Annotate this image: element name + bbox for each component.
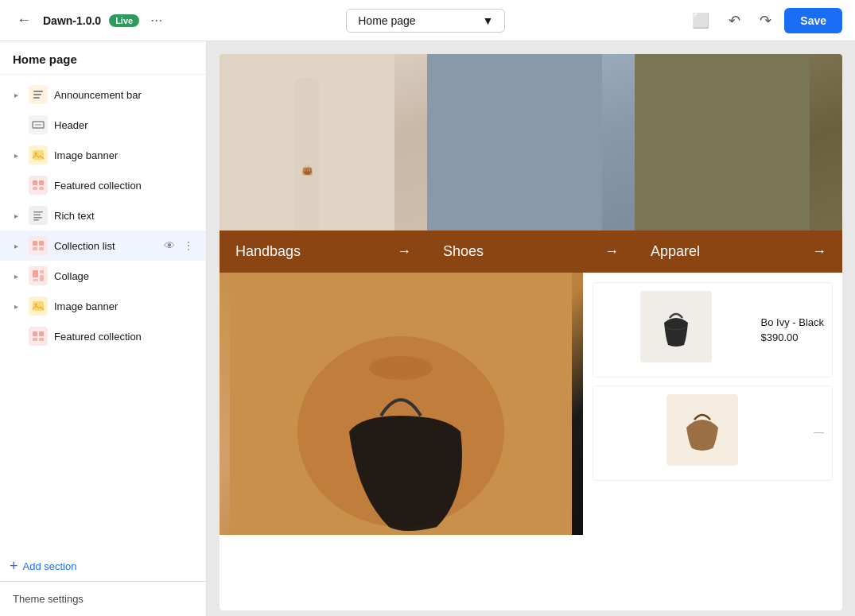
more-options-button[interactable]: ··· <box>147 9 165 32</box>
svg-rect-11 <box>33 211 43 213</box>
svg-rect-22 <box>33 279 38 281</box>
featured-collection-icon-1 <box>29 176 48 195</box>
topbar-right: ⬜ ↶ ↷ Save <box>686 8 842 33</box>
add-section-button[interactable]: + Add section <box>0 551 206 581</box>
sidebar: Home page ▸ Announcement bar ▸ Header <box>0 41 207 616</box>
svg-rect-8 <box>39 180 44 185</box>
svg-rect-13 <box>33 217 42 219</box>
svg-rect-17 <box>33 247 37 250</box>
sidebar-list: ▸ Announcement bar ▸ Header ▸ <box>0 75 206 551</box>
redo-button[interactable]: ↷ <box>753 9 778 33</box>
chevron-right-icon-5: ▸ <box>10 269 22 282</box>
featured-products-column: Bo Ivy - Black $390.00 <box>583 273 842 535</box>
sidebar-item-label-announcement-bar: Announcement bar <box>54 89 196 101</box>
sidebar-item-image-banner-2[interactable]: ▸ Image banner <box>0 291 206 321</box>
shoes-arrow: → <box>604 243 619 260</box>
svg-rect-27 <box>33 338 37 341</box>
svg-rect-10 <box>39 187 44 190</box>
image-banner-icon-2 <box>29 296 48 316</box>
sidebar-item-label-rich-text: Rich text <box>54 210 196 222</box>
preview-button[interactable]: ⬜ <box>686 9 716 33</box>
collection-item-shoes[interactable]: Shoes → <box>427 54 635 273</box>
svg-rect-2 <box>33 97 40 99</box>
product-card-2[interactable]: — <box>593 385 833 481</box>
svg-rect-0 <box>33 91 43 92</box>
svg-rect-9 <box>33 187 37 190</box>
undo-button[interactable]: ↶ <box>722 9 747 33</box>
page-selector[interactable]: Home page ▼ <box>346 9 505 33</box>
svg-rect-28 <box>39 338 44 341</box>
svg-rect-16 <box>39 241 44 246</box>
hide-section-button[interactable]: 👁 <box>161 238 177 254</box>
sidebar-item-image-banner-1[interactable]: ▸ Image banner <box>0 140 206 170</box>
svg-rect-19 <box>33 270 38 277</box>
back-button[interactable]: ← <box>13 10 35 32</box>
sidebar-item-announcement-bar[interactable]: ▸ Announcement bar <box>0 79 206 110</box>
handbags-arrow: → <box>397 243 411 260</box>
sidebar-item-label-image-banner-2: Image banner <box>54 300 196 312</box>
chevron-right-icon: ▸ <box>10 88 22 101</box>
svg-rect-5 <box>33 150 44 160</box>
product-price-bo-ivy: $390.00 <box>761 331 824 343</box>
product-thumbnail-2 <box>674 402 730 458</box>
plus-icon: + <box>10 559 18 573</box>
product-card-bo-ivy-black[interactable]: Bo Ivy - Black $390.00 <box>593 282 833 378</box>
svg-text:👜: 👜 <box>301 164 313 176</box>
topbar-left: ← Dawn-1.0.0 Live ··· <box>13 9 165 32</box>
shoes-label: Shoes → <box>427 231 635 273</box>
live-badge: Live <box>109 14 139 27</box>
svg-rect-23 <box>33 301 44 311</box>
product-name-2: — <box>814 426 824 438</box>
product-thumbnail-bo-ivy <box>648 299 704 354</box>
featured-collection-icon-2 <box>29 327 48 346</box>
chevron-down-icon: ▼ <box>482 14 493 27</box>
image-banner-icon-1 <box>29 145 48 165</box>
apparel-label: Apparel → <box>635 231 842 273</box>
app-name: Dawn-1.0.0 <box>43 14 101 27</box>
svg-point-6 <box>35 153 37 155</box>
svg-rect-15 <box>33 241 37 246</box>
collection-list-actions: 👁 ⋮ <box>161 238 196 254</box>
svg-rect-26 <box>39 331 44 336</box>
collection-item-handbags[interactable]: 👜 Handbags → <box>220 54 427 273</box>
header-icon <box>29 115 48 134</box>
svg-rect-18 <box>39 247 44 250</box>
sidebar-item-collage[interactable]: ▸ Collage <box>0 261 206 291</box>
sidebar-header: Home page <box>0 41 206 75</box>
svg-rect-21 <box>40 275 44 281</box>
collection-list-icon <box>29 236 48 255</box>
save-button[interactable]: Save <box>784 8 842 33</box>
svg-rect-7 <box>33 180 37 185</box>
topbar: ← Dawn-1.0.0 Live ··· Home page ▼ ⬜ ↶ ↷ … <box>0 0 855 41</box>
canvas-inner: 👜 Handbags → Sh <box>220 54 842 610</box>
collection-item-apparel[interactable]: Apparel → <box>635 54 842 273</box>
rich-text-icon <box>29 206 48 225</box>
apparel-arrow: → <box>812 243 826 260</box>
main-layout: Home page ▸ Announcement bar ▸ Header <box>0 41 855 616</box>
featured-main-image <box>220 273 583 535</box>
sidebar-item-label-featured-collection-1: Featured collection <box>54 180 196 192</box>
chevron-right-icon-4: ▸ <box>10 239 22 252</box>
product-info-bo-ivy: Bo Ivy - Black $390.00 <box>761 316 824 343</box>
product-info-2: — <box>814 426 824 441</box>
sidebar-item-header[interactable]: ▸ Header <box>0 110 206 140</box>
sidebar-item-rich-text[interactable]: ▸ Rich text <box>0 200 206 231</box>
svg-rect-25 <box>33 331 37 336</box>
announcement-icon <box>29 85 48 104</box>
product-name-bo-ivy: Bo Ivy - Black <box>761 316 824 328</box>
svg-rect-12 <box>33 215 41 216</box>
sidebar-item-featured-collection-2[interactable]: ▸ Featured collection <box>0 321 206 351</box>
sidebar-item-featured-collection-1[interactable]: ▸ Featured collection <box>0 170 206 200</box>
sidebar-item-label-image-banner-1: Image banner <box>54 149 196 161</box>
sidebar-item-label-collection-list: Collection list <box>54 240 155 252</box>
sidebar-item-label-featured-collection-2: Featured collection <box>54 331 196 343</box>
topbar-center: Home page ▼ <box>175 9 676 33</box>
svg-rect-30 <box>295 78 319 249</box>
theme-settings-link[interactable]: Theme settings <box>0 581 206 616</box>
chevron-right-icon-2: ▸ <box>10 149 22 161</box>
drag-handle-button[interactable]: ⋮ <box>181 238 196 254</box>
svg-point-36 <box>369 356 433 380</box>
sidebar-item-collection-list[interactable]: ▸ Collection list 👁 ⋮ <box>0 231 206 261</box>
handbags-label: Handbags → <box>220 231 427 273</box>
sidebar-item-label-collage: Collage <box>54 270 196 282</box>
